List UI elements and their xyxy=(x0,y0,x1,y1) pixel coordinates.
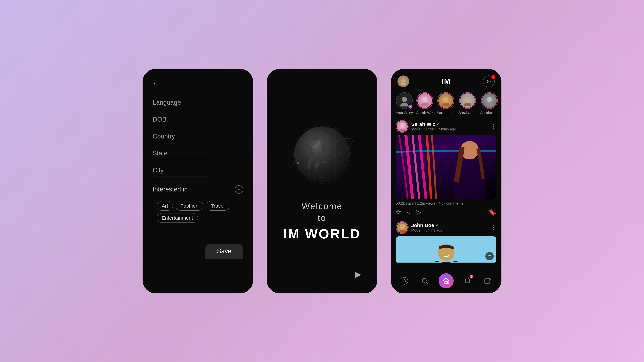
play-button[interactable]: ▶ xyxy=(352,268,364,280)
post1-verified-icon: ✓ xyxy=(436,122,440,127)
interested-section: Interested in + Art Fashion Travel Enter… xyxy=(152,185,243,227)
post2-user-text: John Doe ✓ Model 5mins ago xyxy=(411,222,442,232)
user-avatar-header[interactable] xyxy=(398,76,409,87)
save-btn-container: Save xyxy=(142,244,253,259)
dob-label: DOB xyxy=(152,116,243,123)
svg-point-24 xyxy=(486,102,493,106)
country-field: Country xyxy=(152,133,243,143)
nav-search-button[interactable] xyxy=(418,274,432,288)
tag-entertainment[interactable]: Entertainment xyxy=(157,213,198,223)
back-button[interactable]: ‹ xyxy=(149,79,159,89)
svg-point-23 xyxy=(487,97,492,102)
nav-video-button[interactable] xyxy=(481,274,494,288)
save-button[interactable]: Save xyxy=(205,244,243,259)
post1-actions: ☆ ○ ▷ 🔖 xyxy=(396,208,496,216)
post-sarah-wiz: Sarah Wiz ✓ Model | Singer 5mins ago ⋮ xyxy=(391,118,502,221)
bookmark-icon[interactable]: 🔖 xyxy=(488,208,496,216)
svg-point-19 xyxy=(443,97,448,102)
comment-icon[interactable]: ○ xyxy=(407,208,411,216)
p1-header: ‹ xyxy=(142,69,253,92)
welcome-line2: to xyxy=(318,213,326,223)
city-label: City xyxy=(152,167,243,174)
language-label: Language xyxy=(152,99,243,106)
nav-home-button[interactable] xyxy=(438,273,454,288)
svg-point-17 xyxy=(422,97,427,102)
post1-avatar[interactable] xyxy=(396,120,408,133)
svg-rect-37 xyxy=(445,282,448,284)
state-underline xyxy=(152,160,210,160)
city-underline xyxy=(152,176,210,177)
svg-point-15 xyxy=(402,97,407,102)
story-yours-label: Your Story xyxy=(396,111,413,115)
welcome-content: Welcome to IM WORLD xyxy=(267,69,377,294)
post2-more-button[interactable]: ⋮ xyxy=(490,224,496,231)
svg-point-22 xyxy=(464,102,471,106)
nav-notification-button[interactable]: 1 xyxy=(461,274,474,288)
thumbnail-image xyxy=(396,236,496,263)
story-1[interactable]: Sarah Wiz xyxy=(416,92,433,115)
post2-meta: Model 5mins ago xyxy=(411,228,442,232)
story-3-label: Saraha John xyxy=(458,111,477,115)
messages-icon: ⊙ xyxy=(486,78,491,84)
share-icon[interactable]: ▷ xyxy=(416,208,421,216)
city-field: City xyxy=(152,167,243,177)
phone-welcome: Welcome to IM WORLD ▶ xyxy=(267,69,377,294)
country-underline xyxy=(152,143,210,143)
story-2[interactable]: Saraha John xyxy=(436,92,455,115)
tag-fashion[interactable]: Fashion xyxy=(176,201,203,210)
story-3[interactable]: Saraha John xyxy=(458,92,477,115)
welcome-line1: Welcome xyxy=(302,201,342,211)
svg-rect-38 xyxy=(485,278,490,283)
feed-title: IM xyxy=(442,77,451,86)
star-icon[interactable]: ☆ xyxy=(396,208,402,216)
tag-art[interactable]: Art xyxy=(157,201,173,210)
svg-point-20 xyxy=(442,102,450,106)
dob-field: DOB xyxy=(152,116,243,126)
story-2-label: Saraha John xyxy=(436,111,455,115)
svg-point-29 xyxy=(400,224,405,229)
post1-user-text: Sarah Wiz ✓ Model | Singer 5mins ago xyxy=(411,122,456,132)
story-4-label: Saraha John xyxy=(480,111,498,115)
tags-container: Art Fashion Travel Entertainment xyxy=(152,197,243,227)
notification-badge: 1 xyxy=(491,75,496,79)
post-john-doe: John Doe ✓ Model 5mins ago ⋮ xyxy=(391,221,502,265)
header-notification-button[interactable]: ⊙ 1 xyxy=(483,76,495,87)
nav-camera-button[interactable] xyxy=(398,274,411,288)
globe-graphic xyxy=(288,120,356,188)
post1-user-info: Sarah Wiz ✓ Model | Singer 5mins ago xyxy=(396,120,456,133)
svg-point-18 xyxy=(421,102,428,106)
interested-header: Interested in + xyxy=(152,185,243,194)
add-story-badge: + xyxy=(408,104,413,109)
post2-thumbnail: ≡ xyxy=(396,236,496,263)
story-4[interactable]: Saraha John xyxy=(480,92,498,115)
stories-row: + Your Story Sarah Wiz xyxy=(391,90,502,118)
svg-point-25 xyxy=(400,122,405,128)
profile-form: Language DOB Country State City Interest… xyxy=(142,92,253,234)
post1-username: Sarah Wiz ✓ xyxy=(411,122,456,127)
feed-content: IM ⊙ 1 + Your Story xyxy=(391,69,502,294)
post1-header: Sarah Wiz ✓ Model | Singer 5mins ago ⋮ xyxy=(396,120,496,133)
svg-point-14 xyxy=(401,82,406,85)
svg-point-13 xyxy=(402,79,405,82)
svg-point-34 xyxy=(403,280,406,282)
post2-avatar[interactable] xyxy=(396,221,408,234)
thumbnail-menu-button[interactable]: ≡ xyxy=(485,252,494,260)
post1-more-button[interactable]: ⋮ xyxy=(490,123,496,130)
im-world-title: IM WORLD xyxy=(283,226,360,242)
feed-header: IM ⊙ 1 xyxy=(391,69,502,90)
state-label: State xyxy=(152,150,243,157)
post2-user-info: John Doe ✓ Model 5mins ago xyxy=(396,221,442,234)
story-1-label: Sarah Wiz xyxy=(416,111,433,115)
post1-meta: Model | Singer 5mins ago xyxy=(411,127,456,132)
bottom-nav: 1 xyxy=(391,270,502,294)
story-yours[interactable]: + Your Story xyxy=(396,92,413,115)
phone-social-feed: IM ⊙ 1 + Your Story xyxy=(391,69,502,294)
add-interest-button[interactable]: + xyxy=(235,185,243,194)
svg-line-36 xyxy=(426,282,428,284)
post2-header: John Doe ✓ Model 5mins ago ⋮ xyxy=(396,221,496,234)
post1-image xyxy=(396,135,496,199)
language-underline xyxy=(152,109,210,109)
post1-stats: 58.2k stars | 1.2m views | 4.8k comments xyxy=(396,201,496,206)
svg-point-33 xyxy=(401,277,408,284)
tag-travel[interactable]: Travel xyxy=(206,201,230,210)
